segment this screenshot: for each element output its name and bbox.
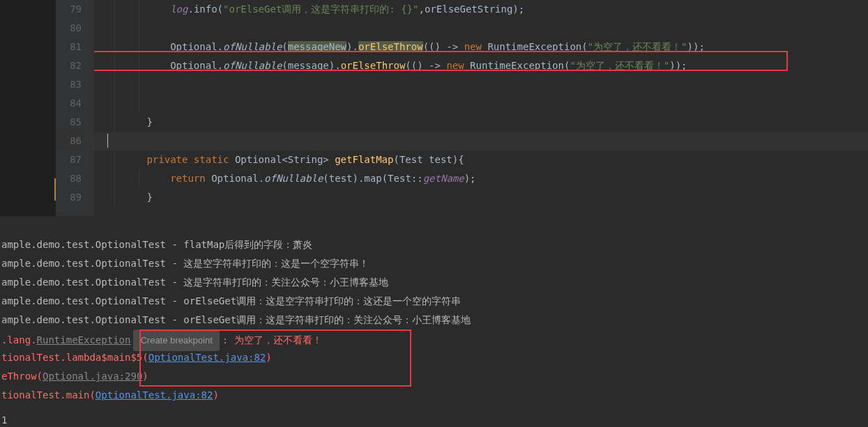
code-content[interactable]: log.info("orElseGet调用，这是字符串打印的: {}",orEl…	[94, 0, 868, 216]
code-line[interactable]	[94, 19, 868, 38]
code-line-current[interactable]	[94, 132, 868, 150]
console-error-line: .lang.RuntimeExceptionCreate breakpoint:…	[1, 329, 868, 348]
source-link[interactable]: OptionalTest.java:82	[149, 352, 266, 363]
console-footer: 1	[1, 414, 7, 426]
line-number[interactable]: 86	[56, 132, 82, 150]
line-number[interactable]: 83	[56, 75, 82, 94]
console-output-line: ample.demo.test.OptionalTest - orElseGet…	[1, 311, 868, 329]
line-number[interactable]: 89	[56, 188, 82, 207]
code-line[interactable]: private static Optional<String> getFlatM…	[94, 150, 868, 169]
run-console[interactable]: ample.demo.test.OptionalTest - flatMap后得…	[0, 216, 868, 427]
source-link[interactable]: OptionalTest.java:82	[96, 389, 213, 401]
code-line[interactable]: Optional.ofNullable(message).orElseThrow…	[94, 56, 868, 75]
code-line[interactable]: return Optional.ofNullable(test).map(Tes…	[94, 169, 868, 188]
source-link[interactable]: Optional.java:290	[43, 371, 142, 382]
line-number[interactable]: 85	[56, 113, 82, 132]
line-number-gutter[interactable]: 79 80 81 82 83 84 85 86 87 88 89	[56, 0, 94, 216]
code-line[interactable]: }	[94, 113, 868, 132]
exception-link[interactable]: RuntimeException	[37, 334, 131, 346]
line-number[interactable]: 81	[56, 38, 82, 56]
console-output-line: ample.demo.test.OptionalTest - flatMap后得…	[1, 235, 868, 254]
console-stack-line: tionalTest.main(OptionalTest.java:82)	[1, 386, 868, 405]
line-number[interactable]: 84	[56, 94, 82, 113]
console-output-line: ample.demo.test.OptionalTest - 这是空字符串打印的…	[1, 254, 868, 273]
line-number[interactable]: 79	[56, 0, 82, 19]
project-sidebar-collapsed	[0, 0, 56, 216]
line-number[interactable]: 88	[56, 169, 82, 188]
text-cursor	[107, 134, 108, 148]
line-number[interactable]: 87	[56, 150, 82, 169]
code-line[interactable]: }	[94, 188, 868, 207]
console-output-line: ample.demo.test.OptionalTest - 这是字符串打印的：…	[1, 273, 868, 292]
console-stack-line: tionalTest.lambda$main$5(OptionalTest.ja…	[1, 348, 868, 367]
code-line[interactable]: Optional.ofNullable(messageNew).orElseTh…	[94, 38, 868, 56]
line-number[interactable]: 82	[56, 56, 82, 75]
console-stack-line: eThrow(Optional.java:290)	[1, 367, 868, 386]
code-editor[interactable]: 79 80 81 82 83 84 85 86 87 88 89 log.inf…	[0, 0, 868, 216]
code-line[interactable]	[94, 75, 868, 94]
line-number[interactable]: 80	[56, 19, 82, 38]
code-line[interactable]	[94, 94, 868, 113]
console-output-line: ample.demo.test.OptionalTest - orElseGet…	[1, 292, 868, 311]
code-line[interactable]: log.info("orElseGet调用，这是字符串打印的: {}",orEl…	[94, 0, 868, 19]
